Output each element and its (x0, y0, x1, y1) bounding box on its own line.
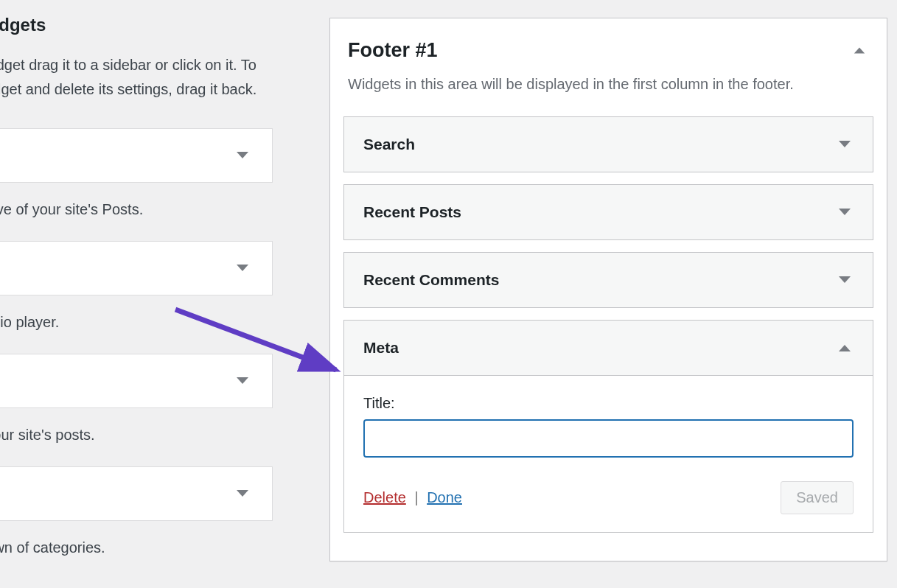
chevron-down-icon (837, 205, 852, 220)
widget-title: Recent Comments (363, 271, 499, 289)
chevron-up-icon (837, 340, 852, 355)
available-widgets-description: To activate a widget drag it to a sideba… (0, 53, 273, 128)
done-link[interactable]: Done (427, 489, 462, 505)
separator: | (414, 489, 418, 505)
widget-header[interactable]: Recent Comments (344, 253, 873, 307)
delete-link[interactable]: Delete (363, 489, 406, 505)
sidebar-header[interactable]: Footer #1 Widgets in this area will be d… (330, 18, 887, 96)
saved-button: Saved (781, 481, 854, 514)
available-widget-item[interactable] (0, 354, 273, 408)
chevron-down-icon (235, 261, 250, 276)
chevron-down-icon (235, 374, 250, 388)
chevron-down-icon (837, 137, 852, 152)
widget-title-input[interactable] (363, 419, 854, 458)
available-widget-desc: Displays an audio player. (0, 295, 273, 354)
widget-header[interactable]: Meta (344, 321, 873, 375)
chevron-up-icon (853, 43, 866, 57)
chevron-down-icon (235, 486, 250, 501)
chevron-down-icon (837, 273, 852, 287)
available-widget-item[interactable] (0, 241, 273, 295)
widget-title: Search (363, 136, 415, 153)
widget-actions: Delete | Done Saved (363, 481, 854, 514)
available-widget-desc: A monthly archive of your site's Posts. (0, 183, 273, 241)
widget-title: Recent Posts (363, 203, 461, 221)
available-widgets-panel: Available Widgets To activate a widget d… (0, 15, 273, 579)
sidebar-title: Footer #1 (348, 39, 869, 62)
widget-action-links: Delete | Done (363, 489, 462, 506)
widget-meta: Meta Title: Delete | Done Saved (343, 320, 873, 533)
chevron-down-icon (235, 148, 250, 163)
widget-recent-posts: Recent Posts (343, 184, 873, 240)
widget-title: Meta (363, 339, 399, 357)
footer-1-sidebar: Footer #1 Widgets in this area will be d… (329, 18, 887, 561)
available-widget-desc: A list or dropdown of categories. (0, 521, 273, 579)
available-widgets-heading: Available Widgets (0, 15, 273, 35)
available-widget-item[interactable] (0, 128, 273, 183)
widget-header[interactable]: Recent Posts (344, 185, 873, 239)
title-label: Title: (363, 395, 854, 412)
widget-header[interactable]: Search (344, 117, 873, 172)
widgets-admin-page: Available Widgets To activate a widget d… (0, 0, 897, 588)
sidebar-description: Widgets in this area will be displayed i… (348, 72, 869, 96)
widget-search: Search (343, 116, 873, 172)
available-widget-desc: A calendar of your site's posts. (0, 408, 273, 466)
available-widget-item[interactable] (0, 466, 273, 521)
widget-recent-comments: Recent Comments (343, 252, 873, 308)
widget-body: Title: Delete | Done Saved (344, 375, 873, 532)
